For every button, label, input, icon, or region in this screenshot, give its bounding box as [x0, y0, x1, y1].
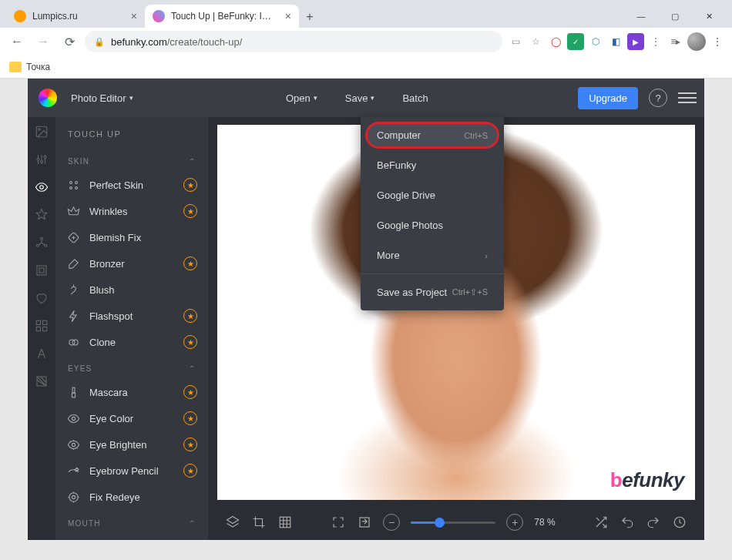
- editor-label: Photo Editor: [71, 92, 126, 104]
- tool-item-clone[interactable]: Clone★: [55, 329, 208, 355]
- menu-item-google-photos[interactable]: Google Photos: [361, 210, 504, 240]
- rail-star-icon[interactable]: [35, 208, 49, 222]
- menu-item-google-drive[interactable]: Google Drive: [361, 180, 504, 210]
- save-menu-button[interactable]: Save ▾: [342, 88, 378, 109]
- cast-icon[interactable]: ▭: [507, 33, 524, 50]
- premium-star-icon: ★: [183, 204, 197, 218]
- menu-label: Computer: [377, 129, 421, 141]
- ext-icon[interactable]: ▶: [627, 33, 644, 50]
- menu-item-computer[interactable]: Computer Ctrl+S: [361, 120, 504, 150]
- rail-network-icon[interactable]: [35, 236, 49, 250]
- tool-item-perfect-skin[interactable]: Perfect Skin★: [55, 172, 208, 198]
- undo-icon[interactable]: [620, 515, 635, 530]
- svg-rect-24: [72, 393, 75, 397]
- browser-tab-active[interactable]: Touch Up | BeFunky: Image Reto… ×: [145, 5, 299, 28]
- chevron-right-icon: ›: [485, 251, 488, 260]
- rail-heart-icon[interactable]: [35, 291, 49, 305]
- rail-frame-icon[interactable]: [35, 263, 49, 277]
- close-icon[interactable]: ×: [285, 10, 291, 22]
- tool-item-eye-color[interactable]: Eye Color★: [55, 405, 208, 431]
- mascara-icon: [66, 385, 80, 399]
- panel-scroll[interactable]: SKIN⌃Perfect Skin★Wrinkles★Blemish FixBr…: [55, 148, 208, 540]
- tool-label: Eyebrow Pencil: [89, 465, 159, 477]
- tool-item-lipstick[interactable]: Lipstick: [55, 534, 208, 540]
- history-icon[interactable]: [672, 515, 687, 530]
- menu-item-more[interactable]: More›: [361, 240, 504, 270]
- close-window-button[interactable]: ✕: [692, 5, 726, 28]
- expand-icon[interactable]: [357, 515, 372, 530]
- group-header[interactable]: EYES⌃: [55, 355, 208, 379]
- folder-icon: [9, 62, 22, 72]
- rail-sliders-icon[interactable]: [35, 153, 49, 166]
- open-menu-button[interactable]: Open ▾: [283, 88, 321, 109]
- tool-item-flashspot[interactable]: Flashspot★: [55, 303, 208, 329]
- app-header: Photo Editor ▾ Open ▾ Save ▾ Batch Upgra…: [28, 79, 704, 117]
- close-icon[interactable]: ×: [131, 10, 137, 22]
- svg-point-18: [69, 186, 72, 189]
- crop-icon[interactable]: [251, 515, 267, 530]
- bookmark-star-icon[interactable]: ☆: [527, 33, 544, 50]
- group-header[interactable]: SKIN⌃: [55, 148, 208, 172]
- new-tab-button[interactable]: +: [299, 6, 321, 28]
- tool-label: Clone: [89, 337, 116, 348]
- shuffle-icon[interactable]: [593, 515, 609, 530]
- zoom-slider[interactable]: [411, 521, 495, 524]
- group-header[interactable]: MOUTH⌃: [55, 510, 208, 534]
- brand-logo-icon[interactable]: [39, 89, 57, 107]
- tool-item-bronzer[interactable]: Bronzer★: [55, 250, 208, 277]
- redo-icon[interactable]: [646, 515, 661, 530]
- upgrade-button[interactable]: Upgrade: [578, 87, 638, 109]
- rail-image-icon[interactable]: [35, 125, 49, 139]
- tool-item-blemish-fix[interactable]: Blemish Fix: [55, 224, 208, 250]
- menu-divider: [361, 273, 504, 274]
- chrome-menu-icon[interactable]: ⋮: [709, 33, 726, 50]
- rail-touchup-icon[interactable]: [35, 180, 49, 194]
- menu-item-save-project[interactable]: Save as ProjectCtrl+⇧+S: [361, 277, 504, 307]
- fit-icon[interactable]: [331, 515, 346, 530]
- brush-icon: [66, 257, 80, 270]
- zoom-out-button[interactable]: −: [383, 514, 400, 531]
- profile-avatar[interactable]: [687, 32, 706, 51]
- menu-label: Google Drive: [377, 189, 435, 201]
- tool-item-eyebrow-pencil[interactable]: Eyebrow Pencil★: [55, 458, 208, 484]
- ext-icon[interactable]: ⬡: [587, 33, 604, 50]
- save-label: Save: [345, 92, 368, 104]
- tool-label: Eye Color: [89, 413, 133, 424]
- rail-texture-icon[interactable]: [35, 374, 49, 388]
- batch-button[interactable]: Batch: [399, 88, 431, 109]
- ext-icon[interactable]: ◧: [607, 33, 624, 50]
- zoom-in-button[interactable]: +: [506, 514, 523, 531]
- editor-selector[interactable]: Photo Editor ▾: [68, 88, 136, 109]
- tool-item-eye-brighten[interactable]: Eye Brighten★: [55, 431, 208, 458]
- reading-list-icon[interactable]: ≡▸: [667, 33, 684, 50]
- maximize-button[interactable]: ▢: [658, 5, 692, 28]
- tool-item-mascara[interactable]: Mascara★: [55, 379, 208, 405]
- sparkle-icon: [66, 178, 80, 192]
- premium-star-icon: ★: [183, 438, 197, 451]
- address-bar[interactable]: 🔒 befunky.com/create/touch-up/: [85, 31, 502, 52]
- minimize-button[interactable]: —: [624, 5, 658, 28]
- side-panel: TOUCH UP SKIN⌃Perfect Skin★Wrinkles★Blem…: [55, 117, 208, 540]
- tool-rail: [28, 117, 55, 540]
- grid-view-icon[interactable]: [277, 515, 293, 530]
- hamburger-menu-icon[interactable]: [678, 92, 697, 103]
- tool-item-wrinkles[interactable]: Wrinkles★: [55, 198, 208, 224]
- rail-grid-icon[interactable]: [35, 319, 49, 333]
- help-icon[interactable]: ?: [649, 89, 667, 107]
- rail-text-icon[interactable]: [35, 347, 49, 360]
- layers-icon[interactable]: [225, 515, 240, 530]
- menu-item-befunky[interactable]: BeFunky: [361, 150, 504, 180]
- browser-tab[interactable]: Lumpics.ru ×: [6, 5, 145, 28]
- reload-button[interactable]: ⟳: [59, 31, 80, 52]
- premium-star-icon: ★: [183, 411, 197, 425]
- bookmark-label[interactable]: Точка: [26, 62, 50, 72]
- ext-icon[interactable]: ◯: [547, 33, 564, 50]
- back-button[interactable]: ←: [6, 31, 28, 52]
- ext-icon[interactable]: ⋮: [647, 33, 664, 50]
- tool-item-fix-redeye[interactable]: Fix Redeye: [55, 484, 208, 510]
- tool-item-blush[interactable]: Blush: [55, 277, 208, 303]
- eye-icon: [66, 411, 80, 425]
- svg-rect-14: [43, 327, 47, 331]
- ext-icon[interactable]: ✓: [567, 33, 584, 50]
- forward-button[interactable]: →: [32, 31, 54, 52]
